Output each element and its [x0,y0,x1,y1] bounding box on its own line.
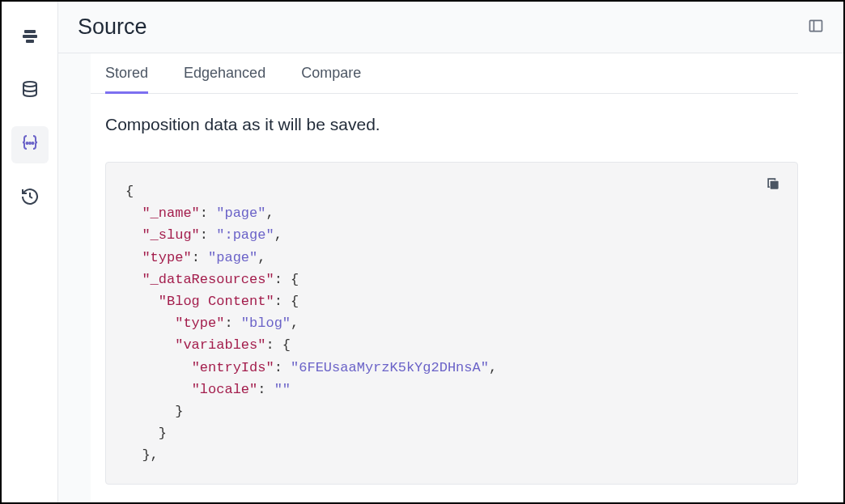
code-key: "locale" [192,382,258,397]
code-token: : { [265,337,291,353]
code-token: , [257,250,265,265]
code-value: "page" [208,250,257,265]
code-key: "Blog Content" [159,294,274,309]
code-value: "" [274,382,291,397]
code-key: "_dataResources" [142,272,274,287]
copy-button[interactable] [765,176,781,195]
json-braces-icon [20,133,40,156]
code-token: : [192,250,208,265]
code-key: "variables" [175,337,265,353]
svg-rect-0 [24,30,36,33]
code-key: "_slug" [142,227,199,243]
code-token: , [274,227,282,243]
code-token: : { [274,294,299,309]
tab-compare[interactable]: Compare [301,65,361,93]
code-value: "6FEUsaaMyrzK5kYg2DHnsA" [291,360,489,375]
svg-point-5 [29,142,31,144]
database-icon [20,80,40,103]
svg-rect-9 [771,181,779,189]
tab-description: Composition data as it will be saved. [91,94,843,155]
svg-point-6 [32,142,33,144]
code-key: "_name" [142,205,199,221]
main-panel: Source Stored Edgehanced Compare Composi… [58,2,843,502]
code-token: , [489,360,497,375]
code-token: } [159,426,167,441]
code-token: , [265,205,274,221]
code-value: ":page" [216,227,274,243]
sidebar-item-structure[interactable] [11,19,49,57]
code-token: , [291,316,299,331]
code-block: { "_name": "page", "_slug": ":page", "ty… [105,162,798,485]
sidebar-item-source[interactable] [11,126,49,163]
svg-rect-1 [23,35,37,38]
tabs: Stored Edgehanced Compare [91,53,798,94]
copy-icon [765,180,781,194]
header: Source [58,2,843,53]
tab-edgehanced[interactable]: Edgehanced [184,65,265,93]
code-token: { [125,184,134,199]
page-title: Source [78,15,147,40]
sidebar-item-data[interactable] [11,73,49,110]
code-token: : [257,382,274,397]
code-value: "blog" [241,316,291,331]
history-icon [20,187,40,210]
sidebar [2,2,58,502]
code-token: : { [274,272,299,287]
panel-toggle-button[interactable] [808,18,824,37]
code-key: "type" [175,316,224,331]
code-token: }, [142,447,158,463]
code-token: : [200,205,216,221]
code-token: : [224,316,240,331]
code-value: "page" [216,205,265,221]
code-token: } [175,404,183,419]
code-content: { "_name": "page", "_slug": ":page", "ty… [125,180,778,466]
svg-point-4 [26,142,28,144]
svg-rect-7 [810,20,822,31]
code-token: : [274,360,291,375]
sidebar-item-history[interactable] [11,180,49,217]
panel-toggle-icon [808,23,824,36]
code-token: : [200,227,216,243]
tab-stored[interactable]: Stored [105,65,148,93]
code-key: "entryIds" [192,360,274,375]
code-key: "type" [142,250,191,265]
content-panel: Stored Edgehanced Compare Composition da… [91,53,843,502]
structure-icon [20,27,40,49]
svg-point-3 [23,82,36,87]
svg-rect-2 [26,40,34,43]
